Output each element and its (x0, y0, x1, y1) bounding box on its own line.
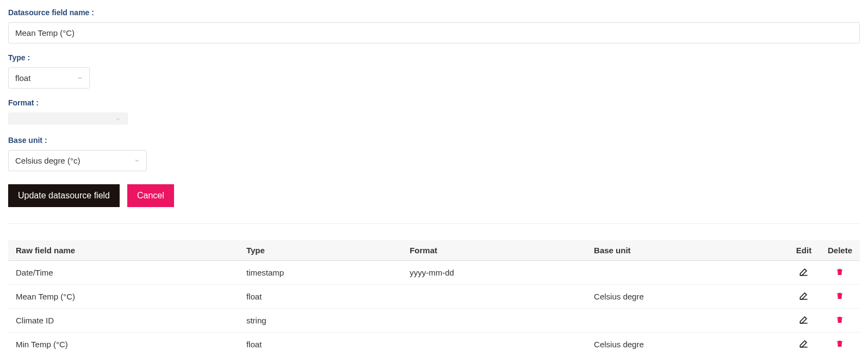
edit-icon[interactable] (798, 338, 809, 349)
field-name-label: Datasource field name : (8, 8, 860, 17)
cell-edit (788, 333, 820, 357)
cell-base_unit (586, 261, 788, 285)
col-raw-field-name: Raw field name (8, 240, 239, 261)
cell-edit (788, 261, 820, 285)
col-type: Type (239, 240, 402, 261)
cell-base_unit: Celsius degre (586, 285, 788, 309)
table-row: Mean Temp (°C)floatCelsius degre (8, 285, 860, 309)
field-name-input[interactable] (8, 22, 860, 43)
cell-format (402, 333, 586, 357)
col-base-unit: Base unit (586, 240, 788, 261)
cell-base_unit: Celsius degre (586, 333, 788, 357)
trash-icon[interactable] (835, 339, 844, 348)
cell-delete (820, 261, 860, 285)
table-header-row: Raw field name Type Format Base unit Edi… (8, 240, 860, 261)
update-datasource-field-button[interactable]: Update datasource field (8, 184, 120, 207)
cell-delete (820, 333, 860, 357)
base-unit-label: Base unit : (8, 136, 860, 145)
cancel-button[interactable]: Cancel (127, 184, 174, 207)
type-select[interactable]: float (8, 67, 90, 89)
cell-base_unit (586, 309, 788, 333)
cell-format: yyyy-mm-dd (402, 261, 586, 285)
cell-type: string (239, 309, 402, 333)
cell-raw: Climate ID (8, 309, 239, 333)
cell-raw: Mean Temp (°C) (8, 285, 239, 309)
base-unit-select[interactable]: Celsius degre (°c) (8, 150, 147, 171)
cell-type: float (239, 333, 402, 357)
edit-icon[interactable] (798, 314, 809, 325)
format-select[interactable] (8, 113, 128, 126)
edit-icon[interactable] (798, 266, 809, 277)
type-select-value: float (8, 67, 90, 89)
base-unit-select-value: Celsius degre (°c) (8, 150, 147, 171)
datasource-field-form: Datasource field name : Type : float For… (8, 8, 860, 207)
fields-table: Raw field name Type Format Base unit Edi… (8, 240, 860, 356)
type-label: Type : (8, 53, 860, 62)
format-label: Format : (8, 98, 860, 107)
form-actions: Update datasource field Cancel (8, 184, 860, 207)
col-delete: Delete (820, 240, 860, 261)
cell-raw: Date/Time (8, 261, 239, 285)
table-row: Climate IDstring (8, 309, 860, 333)
cell-format (402, 285, 586, 309)
cell-format (402, 309, 586, 333)
trash-icon[interactable] (835, 267, 844, 277)
cell-delete (820, 309, 860, 333)
cell-raw: Min Temp (°C) (8, 333, 239, 357)
table-row: Date/Timetimestampyyyy-mm-dd (8, 261, 860, 285)
edit-icon[interactable] (798, 290, 809, 301)
cell-type: float (239, 285, 402, 309)
cell-edit (788, 285, 820, 309)
divider (8, 223, 860, 224)
trash-icon[interactable] (835, 291, 844, 301)
trash-icon[interactable] (835, 315, 844, 324)
format-select-value (8, 113, 128, 124)
cell-type: timestamp (239, 261, 402, 285)
cell-edit (788, 309, 820, 333)
cell-delete (820, 285, 860, 309)
table-row: Min Temp (°C)floatCelsius degre (8, 333, 860, 357)
col-edit: Edit (788, 240, 820, 261)
col-format: Format (402, 240, 586, 261)
